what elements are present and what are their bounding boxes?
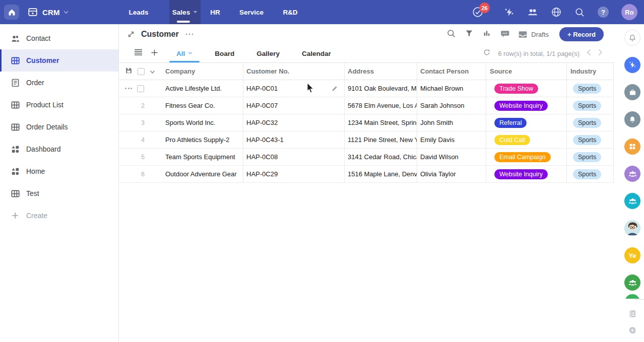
apps-grid-button[interactable] <box>624 139 640 155</box>
cell-contact-person[interactable]: David Wilson <box>417 149 486 165</box>
cell-contact-person[interactable]: Michael Brown <box>417 80 486 97</box>
edit-pencil-icon[interactable] <box>331 85 338 94</box>
cell-company[interactable]: Team Sports Equipment <box>162 149 243 165</box>
search-icon[interactable] <box>574 7 585 18</box>
drafts-button[interactable]: Drafts <box>518 30 549 39</box>
sidebar-item-order-details[interactable]: Order Details <box>0 116 118 138</box>
cell-address[interactable]: 1121 Pine Street, New Y <box>345 131 417 148</box>
expand-icon[interactable] <box>127 30 135 38</box>
table-row[interactable]: 2 Fitness Gear Co. HAP-0C07 5678 Elm Ave… <box>119 97 614 114</box>
column-header-industry[interactable]: Industry <box>567 63 614 80</box>
column-header-customer-no[interactable]: Customer No. <box>243 63 345 80</box>
automations-icon[interactable] <box>504 7 514 18</box>
nav-tab-sales[interactable]: Sales <box>169 0 201 24</box>
cell-source[interactable]: Email Campaign <box>486 149 567 165</box>
cell-industry[interactable]: Sports <box>567 114 614 131</box>
sidebar-create-button[interactable]: Create <box>0 204 118 227</box>
cell-source[interactable]: Trade Show <box>486 80 567 97</box>
cell-address[interactable]: 1234 Main Street, Spring <box>345 114 417 131</box>
nav-tab-leads[interactable]: Leads <box>121 0 156 24</box>
sidebar-item-order[interactable]: Order <box>0 72 118 94</box>
cell-contact-person[interactable]: John Smith <box>417 114 486 131</box>
cell-company[interactable]: Pro Athletics Supply-2 <box>162 131 243 148</box>
comment-icon[interactable] <box>500 29 509 40</box>
team-green-partial-avatar[interactable] <box>624 294 640 299</box>
view-tab-calendar[interactable]: Calendar <box>295 44 338 62</box>
add-record-button[interactable]: + Record <box>559 27 604 41</box>
cell-industry[interactable]: Sports <box>567 80 614 97</box>
cell-industry[interactable]: Sports <box>567 166 614 182</box>
column-header-address[interactable]: Address <box>345 63 417 80</box>
user-avatar-photo[interactable] <box>624 220 640 236</box>
alerts-bell-button[interactable] <box>624 111 640 127</box>
cell-source[interactable]: Referral <box>486 114 567 131</box>
globe-icon[interactable] <box>551 7 562 18</box>
save-icon[interactable] <box>125 66 133 76</box>
column-header-company[interactable]: Company <box>162 63 243 80</box>
cell-company[interactable]: Active Lifestyle Ltd. <box>162 80 243 97</box>
team-green-button[interactable] <box>624 275 640 291</box>
home-button[interactable] <box>4 5 19 20</box>
cell-industry[interactable]: Sports <box>567 131 614 148</box>
cell-contact-person[interactable]: Emily Davis <box>417 131 486 148</box>
cell-customer-no[interactable]: HAP-0C32 <box>243 114 345 131</box>
column-header-contact-person[interactable]: Contact Person <box>417 63 486 80</box>
cell-source[interactable]: Cold Call <box>486 131 567 148</box>
row-menu-icon[interactable] <box>125 88 132 89</box>
app-switch-caret-icon[interactable] <box>63 11 69 14</box>
notification-bell-button[interactable] <box>624 30 640 46</box>
team-teal-button[interactable] <box>624 193 640 209</box>
cell-address[interactable]: 1516 Maple Lane, Denve <box>345 166 417 182</box>
collaborators-icon[interactable] <box>527 7 538 18</box>
column-header-source[interactable]: Source <box>486 63 567 80</box>
cell-source[interactable]: Website Inquiry <box>486 97 567 114</box>
add-view-icon[interactable] <box>151 49 158 58</box>
cell-contact-person[interactable]: Sarah Johnson <box>417 97 486 114</box>
cell-company[interactable]: Sports World Inc. <box>162 114 243 131</box>
table-row[interactable]: 3 Sports World Inc. HAP-0C32 1234 Main S… <box>119 114 614 131</box>
cell-customer-no[interactable]: HAP-0C29 <box>243 166 345 182</box>
next-page-icon[interactable] <box>598 49 603 58</box>
cell-company[interactable]: Outdoor Adventure Gear <box>162 166 243 182</box>
table-row[interactable]: 4 Pro Athletics Supply-2 HAP-0C43-1 1121… <box>119 131 614 149</box>
briefcase-button[interactable] <box>624 84 640 100</box>
filter-icon[interactable] <box>465 29 474 40</box>
prev-page-icon[interactable] <box>587 49 591 58</box>
cell-address[interactable]: 5678 Elm Avenue, Los A <box>345 97 417 114</box>
address-book-button[interactable] <box>628 309 637 318</box>
cell-customer-no[interactable]: HAP-0C08 <box>243 149 345 165</box>
automation-button[interactable] <box>624 57 640 73</box>
cell-customer-no[interactable]: HAP-0C43-1 <box>243 131 345 148</box>
user-avatar[interactable]: Ro <box>621 4 637 20</box>
sidebar-item-contact[interactable]: Contact <box>0 27 118 49</box>
cell-company[interactable]: Fitness Gear Co. <box>162 97 243 114</box>
cell-address[interactable]: 9101 Oak Boulevard, Mi <box>345 80 417 97</box>
cell-address[interactable]: 3141 Cedar Road, Chica <box>345 149 417 165</box>
sidebar-item-test[interactable]: Test <box>0 182 118 204</box>
cell-industry[interactable]: Sports <box>567 97 614 114</box>
sidebar-item-home[interactable]: Home <box>0 160 118 182</box>
nav-tab-rd[interactable]: R&D <box>273 0 307 24</box>
invite-chat-button[interactable] <box>628 326 637 335</box>
user-ye-avatar[interactable]: Ye <box>624 247 640 263</box>
refresh-icon[interactable] <box>483 48 491 58</box>
sidebar-item-product-list[interactable]: Product List <box>0 94 118 116</box>
chevron-down-icon[interactable] <box>150 67 155 76</box>
select-all-checkbox[interactable] <box>138 68 145 75</box>
nav-tab-service[interactable]: Service <box>230 0 273 24</box>
view-tab-gallery[interactable]: Gallery <box>249 44 287 62</box>
table-row[interactable]: 5 Team Sports Equipment HAP-0C08 3141 Ce… <box>119 149 614 166</box>
view-tab-board[interactable]: Board <box>208 44 241 62</box>
search-icon[interactable] <box>446 29 456 40</box>
table-row[interactable]: 6 Outdoor Adventure Gear HAP-0C29 1516 M… <box>119 166 614 183</box>
sidebar-item-dashboard[interactable]: Dashboard <box>0 138 118 160</box>
table-options-icon[interactable] <box>185 33 194 36</box>
tasks-check-icon[interactable]: 26 <box>472 7 483 18</box>
cell-customer-no[interactable]: HAP-0C01 <box>243 80 345 97</box>
cell-source[interactable]: Website Inquiry <box>486 166 567 182</box>
row-checkbox[interactable] <box>137 85 144 92</box>
help-button[interactable]: ? <box>598 7 609 18</box>
chart-icon[interactable] <box>482 29 491 40</box>
view-tab-all[interactable]: All <box>169 44 200 62</box>
view-list-icon[interactable] <box>134 49 143 58</box>
